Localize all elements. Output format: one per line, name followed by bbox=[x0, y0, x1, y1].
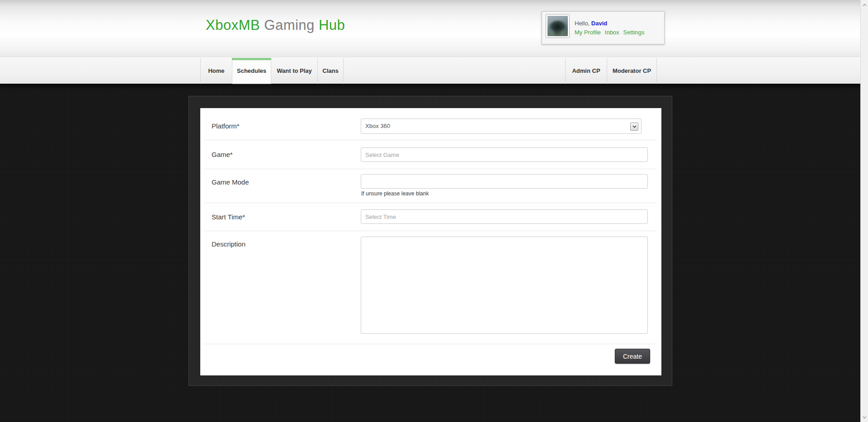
user-links: My ProfileInboxSettings bbox=[575, 28, 649, 37]
avatar bbox=[547, 16, 568, 36]
create-button[interactable]: Create bbox=[615, 349, 650, 364]
game-mode-row: Game Mode If unsure please leave blank bbox=[200, 169, 661, 203]
nav-group-left: Home Schedules Want to Play Clans bbox=[200, 58, 344, 84]
create-schedule-form: Platform* Xbox 360 Game* Game Mode If un… bbox=[200, 108, 661, 375]
description-textarea[interactable] bbox=[361, 237, 648, 334]
start-time-row: Start Time* bbox=[200, 203, 661, 231]
main-navigation: Home Schedules Want to Play Clans Admin … bbox=[0, 57, 860, 84]
tab-schedules[interactable]: Schedules bbox=[232, 58, 271, 84]
nav-group-right: Admin CP Moderator CP bbox=[565, 58, 657, 84]
avatar-frame[interactable] bbox=[546, 14, 570, 38]
tab-moderator-cp[interactable]: Moderator CP bbox=[607, 58, 657, 84]
description-label: Description bbox=[212, 240, 245, 248]
logo-part-3: Hub bbox=[319, 17, 345, 33]
logo-part-1: XboxMB bbox=[206, 17, 260, 33]
tab-want-to-play[interactable]: Want to Play bbox=[271, 58, 318, 84]
submit-row: Create bbox=[200, 344, 661, 375]
chevron-up-icon[interactable] bbox=[861, 1, 868, 9]
settings-link[interactable]: Settings bbox=[623, 29, 645, 36]
scrollbar[interactable] bbox=[860, 0, 868, 422]
tab-home[interactable]: Home bbox=[200, 58, 232, 84]
platform-row: Platform* Xbox 360 bbox=[200, 108, 661, 140]
game-mode-label: Game Mode bbox=[212, 178, 249, 186]
description-row: Description bbox=[200, 231, 661, 344]
platform-select[interactable]: Xbox 360 bbox=[361, 119, 642, 134]
inbox-link[interactable]: Inbox bbox=[605, 29, 619, 36]
game-label: Game* bbox=[212, 151, 233, 158]
logo-part-2: Gaming bbox=[260, 17, 319, 33]
my-profile-link[interactable]: My Profile bbox=[575, 29, 601, 36]
content-wrapper: Platform* Xbox 360 Game* Game Mode If un… bbox=[189, 96, 672, 386]
page: XboxMB Gaming Hub Hello, David My Profil… bbox=[0, 0, 868, 422]
game-mode-input[interactable] bbox=[361, 174, 648, 189]
username[interactable]: David bbox=[591, 20, 607, 27]
chevron-down-icon[interactable] bbox=[630, 123, 638, 131]
tab-admin-cp[interactable]: Admin CP bbox=[565, 58, 607, 84]
platform-label: Platform* bbox=[212, 122, 240, 130]
game-mode-hint: If unsure please leave blank bbox=[361, 190, 429, 197]
header: XboxMB Gaming Hub Hello, David My Profil… bbox=[0, 0, 860, 57]
game-row: Game* bbox=[200, 140, 661, 169]
site-logo[interactable]: XboxMB Gaming Hub bbox=[206, 17, 345, 33]
chevron-down-icon[interactable] bbox=[861, 413, 868, 421]
nav-shadow bbox=[0, 84, 860, 90]
platform-selected-value: Xbox 360 bbox=[365, 123, 390, 129]
user-text: Hello, David My ProfileInboxSettings bbox=[575, 19, 649, 37]
greeting-line: Hello, David bbox=[575, 19, 649, 28]
tab-clans[interactable]: Clans bbox=[318, 58, 344, 84]
game-input[interactable] bbox=[361, 147, 648, 162]
start-time-input[interactable] bbox=[361, 209, 648, 224]
user-panel: Hello, David My ProfileInboxSettings bbox=[542, 11, 665, 44]
greeting-label: Hello, bbox=[575, 20, 591, 27]
start-time-label: Start Time* bbox=[212, 213, 245, 221]
